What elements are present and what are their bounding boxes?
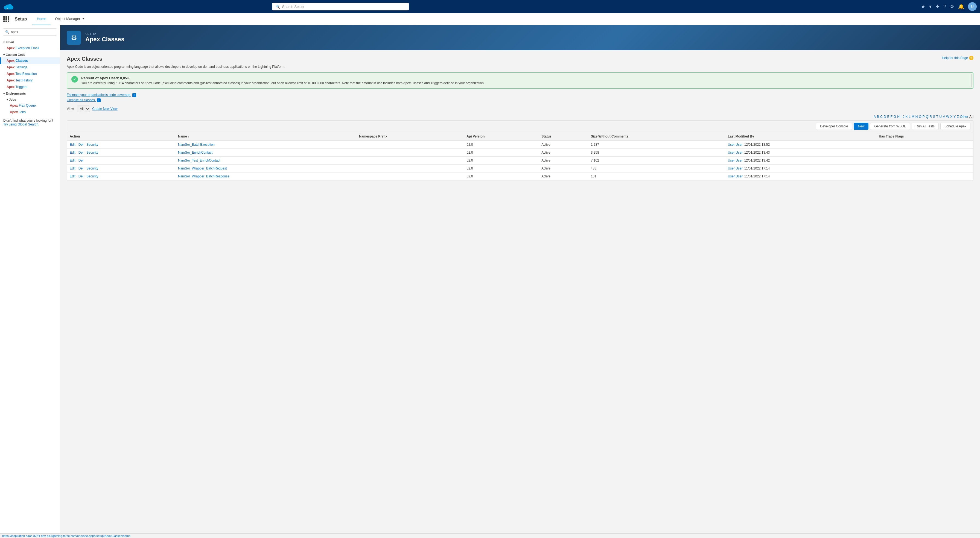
cell-namespace-1	[356, 149, 464, 157]
alpha-R[interactable]: R	[929, 115, 932, 119]
modified-by-link-4[interactable]: User User	[728, 174, 742, 178]
class-name-link-3[interactable]: NamSor_Wrapper_BatchRequest	[178, 167, 227, 170]
content-description: Apex Code is an object oriented programm…	[67, 65, 974, 68]
page-header-text: SETUP Apex Classes	[85, 33, 124, 43]
sidebar-section-email[interactable]: ▾ Email	[0, 39, 60, 45]
alpha-L[interactable]: L	[908, 115, 910, 119]
search-bar[interactable]: 🔍	[272, 3, 409, 10]
alpha-A[interactable]: A	[873, 115, 876, 119]
sidebar-search-input[interactable]	[11, 30, 55, 34]
alpha-P[interactable]: P	[923, 115, 925, 119]
alpha-B[interactable]: B	[877, 115, 879, 119]
cell-last-modified-0: User User, 12/01/2022 13:52	[725, 141, 876, 149]
alpha-O[interactable]: O	[919, 115, 921, 119]
settings-icon[interactable]: ⚙	[950, 3, 954, 10]
sidebar-section-jobs[interactable]: ▾ Jobs	[0, 96, 60, 102]
cell-action-1: Edit|Del|Security	[67, 149, 175, 157]
sidebar-item-apex-settings[interactable]: Apex Settings	[0, 64, 60, 70]
avatar[interactable]: U	[968, 2, 977, 11]
action-del-2[interactable]: Del	[78, 159, 83, 162]
alpha-All[interactable]: All	[969, 115, 974, 119]
alert-scrollbar[interactable]	[971, 74, 972, 87]
tab-object-manager[interactable]: Object Manager ▾	[51, 13, 88, 25]
help-for-this-page-link[interactable]: Help for this Page ?	[942, 56, 974, 60]
alpha-I[interactable]: I	[901, 115, 902, 119]
alpha-S[interactable]: S	[933, 115, 935, 119]
alpha-F[interactable]: F	[890, 115, 892, 119]
notifications-icon[interactable]: 🔔	[958, 3, 964, 10]
alpha-M[interactable]: M	[912, 115, 915, 119]
alpha-Z[interactable]: Z	[957, 115, 959, 119]
sidebar-search-box[interactable]: 🔍	[3, 29, 57, 35]
modified-by-link-3[interactable]: User User	[728, 167, 742, 170]
add-icon[interactable]: ✚	[935, 3, 940, 10]
alpha-Q[interactable]: Q	[926, 115, 928, 119]
modified-by-link-1[interactable]: User User	[728, 151, 742, 154]
developer-console-button[interactable]: Developer Console	[816, 123, 852, 130]
alpha-Other[interactable]: Other	[960, 115, 968, 119]
favorites-icon[interactable]: ★	[921, 3, 925, 10]
search-input[interactable]	[282, 5, 406, 9]
run-all-tests-button[interactable]: Run All Tests	[912, 123, 939, 130]
salesforce-logo[interactable]: ☁	[3, 1, 14, 12]
modified-by-link-2[interactable]: User User	[728, 159, 742, 162]
action-edit-0[interactable]: Edit	[70, 143, 75, 146]
alpha-D[interactable]: D	[884, 115, 886, 119]
alpha-K[interactable]: K	[905, 115, 908, 119]
action-del-0[interactable]: Del	[78, 143, 83, 146]
create-new-view-link[interactable]: Create New View	[92, 107, 117, 111]
col-name[interactable]: Name ↑	[175, 132, 356, 141]
col-last-modified: Last Modified By	[725, 132, 876, 141]
action-edit-1[interactable]: Edit	[70, 151, 75, 154]
action-del-1[interactable]: Del	[78, 151, 83, 154]
new-button[interactable]: New	[854, 123, 869, 130]
tab-home[interactable]: Home	[32, 13, 51, 25]
action-security-0[interactable]: Security	[86, 143, 98, 146]
sidebar-item-apex-flex-queue[interactable]: Apex Flex Queue	[0, 102, 60, 109]
sidebar-section-environments[interactable]: ▾ Environments	[0, 90, 60, 96]
global-search-link[interactable]: Try using Global Search.	[3, 123, 40, 126]
action-edit-2[interactable]: Edit	[70, 159, 75, 162]
view-select[interactable]: All	[77, 105, 90, 112]
sidebar-section-custom-code[interactable]: ▾ Custom Code	[0, 51, 60, 57]
help-icon[interactable]: ?	[943, 4, 946, 10]
action-del-3[interactable]: Del	[78, 167, 83, 170]
alpha-N[interactable]: N	[915, 115, 918, 119]
schedule-apex-button[interactable]: Schedule Apex	[940, 123, 970, 130]
alpha-C[interactable]: C	[880, 115, 883, 119]
alpha-G[interactable]: G	[894, 115, 896, 119]
app-launcher[interactable]	[3, 16, 9, 22]
action-security-4[interactable]: Security	[86, 174, 98, 178]
sidebar-item-apex-triggers[interactable]: Apex Triggers	[0, 84, 60, 90]
alpha-W[interactable]: W	[946, 115, 949, 119]
action-edit-3[interactable]: Edit	[70, 167, 75, 170]
action-edit-4[interactable]: Edit	[70, 174, 75, 178]
page-header: ⚙ SETUP Apex Classes	[60, 25, 980, 50]
modified-by-link-0[interactable]: User User	[728, 143, 742, 146]
alpha-V[interactable]: V	[943, 115, 945, 119]
alpha-U[interactable]: U	[939, 115, 942, 119]
class-name-link-4[interactable]: NamSor_Wrapper_BatchResponse	[178, 174, 229, 178]
sidebar-item-apex-jobs[interactable]: Apex Jobs	[0, 109, 60, 115]
sidebar-item-apex-exception-email[interactable]: Apex Exception Email	[0, 45, 60, 51]
sidebar-item-apex-test-execution[interactable]: Apex Test Execution	[0, 70, 60, 77]
class-name-link-0[interactable]: NamSor_BatchExecution	[178, 143, 215, 146]
alpha-E[interactable]: E	[887, 115, 889, 119]
alpha-J[interactable]: J	[903, 115, 904, 119]
class-name-link-2[interactable]: NamSor_Test_EnrichContact	[178, 159, 220, 162]
sidebar-item-apex-test-history[interactable]: Apex Test History	[0, 77, 60, 84]
favorites-dropdown-icon[interactable]: ▾	[929, 3, 932, 10]
action-del-4[interactable]: Del	[78, 174, 83, 178]
generate-from-wsdl-button[interactable]: Generate from WSDL	[870, 123, 910, 130]
action-security-1[interactable]: Security	[86, 151, 98, 154]
estimate-coverage-link[interactable]: Estimate your organization's code covera…	[67, 93, 974, 97]
alpha-T[interactable]: T	[936, 115, 938, 119]
class-name-link-1[interactable]: NamSor_EnrichContact	[178, 151, 212, 154]
action-security-3[interactable]: Security	[86, 167, 98, 170]
compile-all-classes-link[interactable]: Compile all classes i	[67, 98, 974, 102]
alpha-Y[interactable]: Y	[953, 115, 956, 119]
sidebar-item-apex-classes[interactable]: Apex Classes	[0, 57, 60, 64]
alpha-X[interactable]: X	[950, 115, 952, 119]
cell-name-3: NamSor_Wrapper_BatchRequest	[175, 165, 356, 172]
alpha-H[interactable]: H	[897, 115, 900, 119]
